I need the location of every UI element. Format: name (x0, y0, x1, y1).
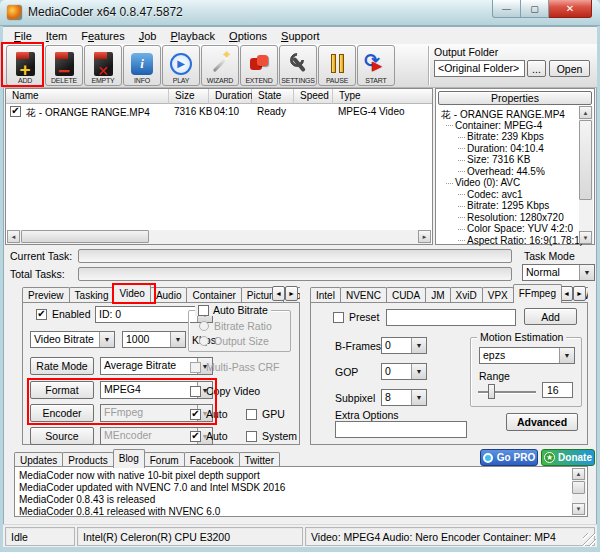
add-preset-button[interactable]: Add (524, 308, 577, 325)
resize-grip[interactable] (583, 533, 596, 546)
add-button[interactable]: + ADD (6, 45, 44, 86)
scroll-left-icon[interactable]: ◄ (7, 230, 20, 243)
bframes-select[interactable]: 0▼ (381, 337, 427, 354)
bitrate-value-select[interactable]: 1000▼ (122, 331, 186, 348)
news-scroll-thumb[interactable] (572, 481, 585, 494)
tree-item[interactable]: Aspect Ratio: 16:9(1.78:1) (458, 235, 583, 246)
menu-job[interactable]: Job (132, 29, 164, 43)
properties-header[interactable]: Properties (438, 91, 592, 105)
news-item[interactable]: MediaCoder 0.8.41 released with NVENC 6.… (19, 506, 220, 517)
task-mode-select[interactable]: Normal ▼ (522, 264, 595, 281)
tab-scroll-right-icon[interactable]: ► (285, 286, 298, 301)
motion-estimation-select[interactable]: epzs▼ (479, 347, 575, 364)
tab-tasking[interactable]: Tasking (69, 287, 115, 303)
enabled-checkbox[interactable]: ✔ (36, 309, 47, 320)
tree-item[interactable]: Codec: avc1 (458, 189, 523, 200)
news-item[interactable]: MediaCoder 0.8.43 is released (19, 494, 155, 505)
menu-support[interactable]: Support (274, 29, 327, 43)
tab-video[interactable]: Video (113, 284, 150, 303)
extra-options-input[interactable] (335, 421, 467, 438)
extend-button[interactable]: EXTEND (240, 45, 278, 86)
empty-button[interactable]: ✕ EMPTY (84, 45, 122, 86)
source-button[interactable]: Source (30, 427, 94, 445)
v-scroll-thumb[interactable] (579, 120, 592, 200)
h-scroll-thumb[interactable] (21, 230, 149, 243)
tab-blog[interactable]: Blog (113, 449, 145, 468)
output-folder-field[interactable]: <Original Folder> (434, 60, 525, 77)
tab-intel[interactable]: Intel (310, 287, 341, 303)
tree-item[interactable]: Bitrate: 239 Kbps (458, 131, 544, 142)
h-scrollbar[interactable]: ◄ ► (7, 230, 431, 244)
preset-checkbox[interactable] (333, 312, 344, 323)
tree-item[interactable]: Video (0): AVC (446, 177, 520, 188)
tab-preview[interactable]: Preview (22, 287, 70, 303)
column-header-type[interactable]: Type (333, 89, 432, 104)
tab-ffmpeg[interactable]: FFmpeg (513, 284, 562, 303)
tab-jm[interactable]: JM (425, 287, 450, 303)
tab-vpx[interactable]: VPX (482, 287, 514, 303)
open-folder-button[interactable]: Open (549, 60, 590, 77)
tab-container[interactable]: Container (186, 287, 241, 303)
tree-item[interactable]: Duration: 04:10.4 (458, 143, 544, 154)
menu-file[interactable]: File (7, 29, 39, 43)
title-bar[interactable]: MediaCoder x64 0.8.47.5872 — ▢ ✕ (0, 0, 600, 26)
column-header-size[interactable]: Size (169, 89, 209, 104)
row-checkbox[interactable]: ✔ (10, 106, 21, 117)
range-slider-track[interactable] (478, 391, 536, 393)
encoder-button[interactable]: Encoder (30, 404, 94, 422)
v-scrollbar[interactable]: ▲ ▼ (579, 106, 593, 244)
copy-video-checkbox[interactable] (190, 386, 201, 397)
tab-scroll-left-icon[interactable]: ◄ (272, 286, 285, 301)
maximize-button[interactable]: ▢ (521, 0, 549, 18)
wizard-button[interactable]: WIZARD (201, 45, 239, 86)
source-auto-checkbox[interactable]: ✔ (190, 431, 201, 442)
start-button[interactable]: START (357, 45, 395, 86)
settings-button[interactable]: SETTINGS (279, 45, 317, 86)
range-value-field[interactable]: 16 (542, 382, 573, 398)
delete-button[interactable]: − DELETE (45, 45, 83, 86)
rate-mode-button[interactable]: Rate Mode (30, 357, 94, 375)
scroll-right-icon[interactable]: ► (418, 230, 431, 243)
news-item[interactable]: MediaCoder now with native 10-bit pixel … (19, 470, 260, 481)
gpu-checkbox[interactable] (246, 409, 257, 420)
format-button[interactable]: Format (30, 381, 94, 399)
play-button[interactable]: ▶ PLAY (162, 45, 200, 86)
menu-playback[interactable]: Playback (163, 29, 222, 43)
close-button[interactable]: ✕ (549, 0, 592, 18)
tree-item[interactable]: Bitrate: 1295 Kbps (458, 200, 549, 211)
bitrate-mode-select[interactable]: Video Bitrate▼ (30, 331, 115, 348)
donate-button[interactable]: ★ Donate (541, 449, 595, 466)
tab-scroll-right-icon[interactable]: ► (573, 286, 586, 301)
tab-cuda[interactable]: CUDA (386, 287, 426, 303)
column-header-duration[interactable]: Duration (209, 89, 252, 104)
news-item[interactable]: MediaCoder updated with NVENC 7.0 and In… (19, 482, 285, 493)
tree-item[interactable]: Overhead: 44.5% (458, 166, 545, 177)
preset-input[interactable] (386, 309, 516, 326)
scroll-down-icon[interactable]: ▼ (579, 231, 592, 244)
go-pro-button[interactable]: Go PRO (480, 449, 538, 466)
gop-select[interactable]: 0▼ (381, 363, 427, 380)
scroll-up-icon[interactable]: ▲ (572, 468, 585, 480)
tree-item[interactable]: Container: MPEG-4 (446, 120, 542, 131)
scroll-down-icon[interactable]: ▼ (572, 503, 585, 515)
minimize-button[interactable]: — (492, 0, 521, 18)
tree-item[interactable]: Resolution: 1280x720 (458, 212, 564, 223)
tree-item[interactable]: Size: 7316 KB (458, 154, 530, 165)
encoder-auto-checkbox[interactable]: ✔ (190, 409, 201, 420)
menu-options[interactable]: Options (222, 29, 274, 43)
info-button[interactable]: i INFO (123, 45, 161, 86)
column-header-speed[interactable]: Speed (294, 89, 333, 104)
browse-folder-button[interactable]: ... (527, 60, 546, 77)
subpixel-select[interactable]: 8▼ (381, 389, 427, 406)
tree-item[interactable]: Color Space: YUV 4:2:0 (458, 223, 573, 234)
tab-audio[interactable]: Audio (150, 287, 188, 303)
system-checkbox[interactable] (246, 431, 257, 442)
tab-nvenc[interactable]: NVENC (340, 287, 387, 303)
column-header-state[interactable]: State (252, 89, 294, 104)
advanced-button[interactable]: Advanced (506, 413, 578, 431)
table-row[interactable]: ✔ 花 - ORANGE RANGE.MP4 7316 KB 04:10 Rea… (6, 105, 432, 119)
menu-features[interactable]: Features (74, 29, 131, 43)
scroll-up-icon[interactable]: ▲ (579, 106, 592, 119)
range-slider-thumb[interactable] (488, 384, 495, 399)
column-header-name[interactable]: Name (6, 89, 169, 104)
